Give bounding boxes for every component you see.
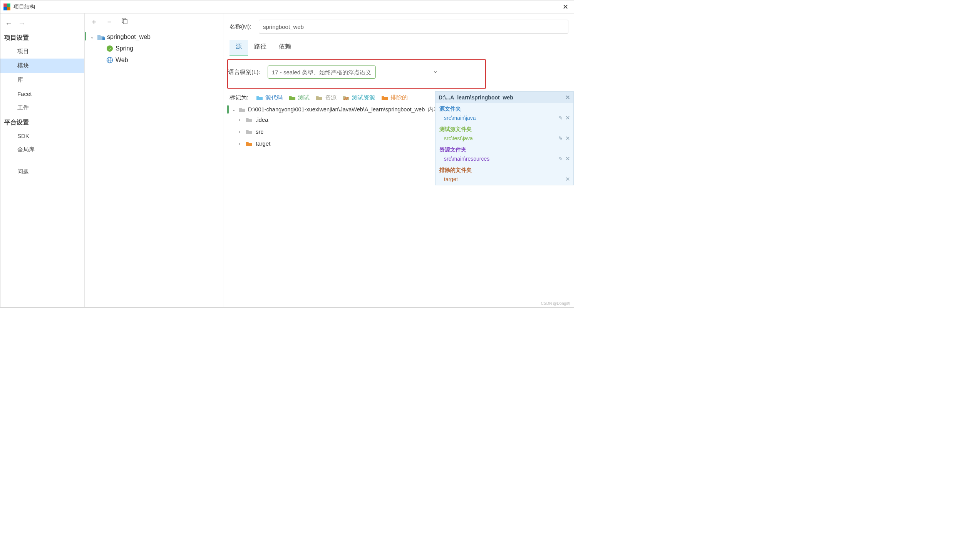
caret-down-icon: ⌄ (90, 34, 95, 40)
svg-rect-7 (102, 37, 105, 40)
language-level-select[interactable]: 17 - sealed 类型、始终严格的浮点语义 (268, 66, 376, 79)
item-src-main-resources-label: src\main\resources (444, 156, 489, 162)
module-web-label: Web (116, 57, 128, 64)
remove-icon[interactable]: ✕ (565, 176, 570, 183)
folder-icon (239, 107, 246, 112)
item-src-main-java[interactable]: src\main\java ✎ ✕ (436, 113, 573, 124)
section-resources: 资源文件夹 (436, 144, 573, 154)
edit-icon[interactable]: ✎ (558, 135, 563, 141)
section-header-project: 项目设置 (0, 30, 84, 44)
module-name-input[interactable] (259, 20, 568, 34)
module-tree-panel: ＋ － ⌄ springboot_web (85, 13, 223, 307)
watermark: CSDN @Dong调 (541, 301, 570, 306)
spring-icon (106, 45, 113, 52)
detail-tabs: 源 路径 依赖 (227, 40, 568, 55)
section-excluded: 排除的文件夹 (436, 165, 573, 175)
mark-test-resources[interactable]: 测试资源 (343, 94, 375, 101)
sidebar-item-problems[interactable]: 问题 (0, 165, 84, 179)
copy-icon[interactable] (121, 17, 128, 26)
item-src-main-resources[interactable]: src\main\resources ✎ ✕ (436, 154, 573, 165)
item-src-main-java-label: src\main\java (444, 115, 476, 121)
mark-as-label: 标记为: (230, 94, 248, 101)
svg-rect-4 (4, 4, 10, 10)
content-root-path: D:\001-changyong\001-xuexiwenjian\JavaWe… (248, 106, 425, 113)
remove-icon[interactable]: ✕ (565, 155, 570, 162)
mark-resources[interactable]: 资源 (316, 94, 337, 101)
mark-tests[interactable]: 测试 (289, 94, 310, 101)
section-sources: 源文件夹 (436, 103, 573, 113)
module-node-spring[interactable]: Spring (85, 43, 223, 54)
svg-point-8 (107, 45, 113, 52)
item-target[interactable]: target ✎ ✕ (436, 175, 573, 185)
section-test-sources: 测试源文件夹 (436, 124, 573, 134)
window-title: 项目结构 (13, 3, 35, 10)
chevron-right-icon: › (239, 141, 243, 146)
item-target-label: target (444, 176, 458, 182)
tab-paths[interactable]: 路径 (248, 40, 273, 55)
highlighted-area: 语言级别(L): 17 - sealed 类型、始终严格的浮点语义 (227, 59, 486, 89)
nav-forward-icon[interactable]: → (18, 19, 26, 28)
sidebar-item-global-libs[interactable]: 全局库 (0, 143, 84, 157)
content-root-header: D:\...A_learn\springboot_web ✕ (436, 92, 573, 103)
folder-excluded-icon (246, 141, 253, 146)
titlebar: 项目结构 ✕ (0, 0, 574, 13)
tab-sources[interactable]: 源 (230, 40, 248, 55)
sidebar-item-modules[interactable]: 模块 (0, 59, 84, 73)
sidebar-item-libraries[interactable]: 库 (0, 73, 84, 87)
intellij-icon (3, 3, 10, 10)
svg-rect-6 (123, 19, 127, 24)
sidebar-item-project[interactable]: 项目 (0, 44, 84, 59)
mark-resources-label: 资源 (325, 94, 337, 101)
edit-icon[interactable]: ✎ (558, 156, 563, 162)
module-node-web[interactable]: Web (85, 54, 223, 66)
content-root-marker (227, 105, 229, 114)
module-root-label: springboot_web (107, 34, 151, 40)
edit-icon[interactable]: ✎ (558, 115, 563, 121)
sidebar-item-sdks[interactable]: SDK (0, 129, 84, 143)
module-spring-label: Spring (116, 45, 133, 52)
mark-sources-label: 源代码 (265, 94, 283, 101)
close-content-root-icon[interactable]: ✕ (565, 94, 570, 101)
folder-target-label: target (256, 140, 270, 147)
module-folder-icon (97, 34, 105, 40)
mark-sources[interactable]: 源代码 (256, 94, 283, 101)
nav-back-icon[interactable]: ← (5, 19, 13, 28)
mark-test-resources-label: 测试资源 (352, 94, 375, 101)
folder-icon (246, 129, 253, 134)
remove-icon[interactable]: － (106, 17, 113, 27)
project-structure-window: 项目结构 ✕ ← → 项目设置 项目 模块 库 Facet 工件 平台设置 SD… (0, 0, 574, 307)
close-icon[interactable]: ✕ (560, 3, 571, 11)
module-tree: ⌄ springboot_web Spring Web (85, 30, 223, 67)
name-label: 名称(M): (230, 23, 252, 30)
folder-icon (246, 117, 253, 123)
remove-icon[interactable]: ✕ (565, 114, 570, 121)
sidebar-item-artifacts[interactable]: 工件 (0, 101, 84, 115)
module-node-root[interactable]: ⌄ springboot_web (85, 31, 223, 43)
chevron-right-icon: › (239, 129, 243, 134)
add-icon[interactable]: ＋ (90, 17, 98, 27)
section-header-platform: 平台设置 (0, 115, 84, 129)
selection-marker (85, 32, 86, 40)
remove-icon[interactable]: ✕ (565, 135, 570, 142)
folder-idea-label: .idea (256, 116, 268, 123)
settings-sidebar: ← → 项目设置 项目 模块 库 Facet 工件 平台设置 SDK 全局库 问… (0, 13, 85, 307)
mark-tests-label: 测试 (298, 94, 310, 101)
folder-src-label: src (256, 128, 263, 135)
content-root-panel: D:\...A_learn\springboot_web ✕ 源文件夹 src\… (435, 91, 574, 185)
language-level-label: 语言级别(L): (228, 69, 262, 76)
web-icon (106, 57, 113, 64)
tab-dependencies[interactable]: 依赖 (273, 40, 297, 55)
mark-excluded[interactable]: 排除的 (381, 94, 408, 101)
sidebar-item-facets[interactable]: Facet (0, 87, 84, 101)
caret-down-icon: ⌄ (232, 107, 236, 112)
module-toolbar: ＋ － (85, 13, 223, 30)
module-detail-panel: 名称(M): 源 路径 依赖 语言级别(L): 17 - sealed 类型、始… (223, 13, 574, 307)
content-root-header-title: D:\...A_learn\springboot_web (439, 94, 513, 101)
item-src-test-java[interactable]: src\test\java ✎ ✕ (436, 134, 573, 144)
chevron-right-icon: › (239, 117, 243, 123)
item-src-test-java-label: src\test\java (444, 135, 473, 141)
mark-excluded-label: 排除的 (390, 94, 408, 101)
